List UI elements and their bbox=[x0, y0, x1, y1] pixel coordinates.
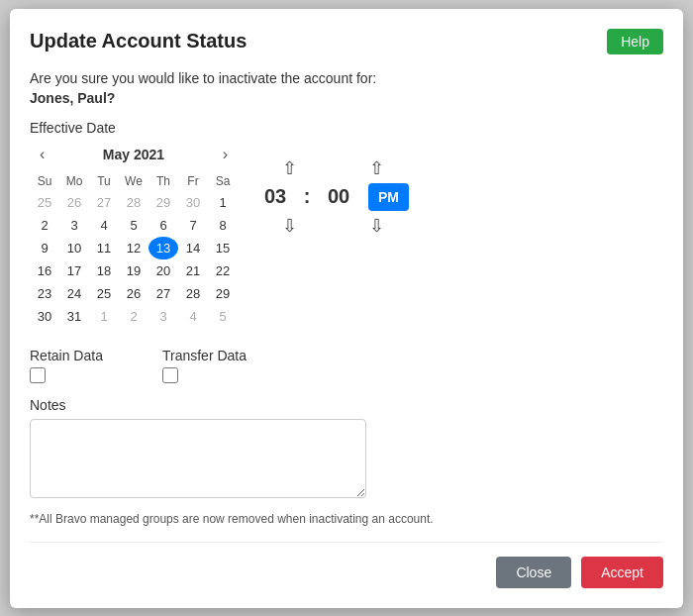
calendar-week-row: 23242526272829 bbox=[30, 282, 238, 305]
calendar-time-container: ‹ May 2021 › Su Mo Tu We Th Fr Sa bbox=[30, 144, 663, 328]
confirm-name: Jones, Paul? bbox=[30, 90, 663, 106]
transfer-data-label: Transfer Data bbox=[162, 348, 247, 363]
weekday-mo: Mo bbox=[59, 171, 89, 191]
calendar-day[interactable]: 27 bbox=[148, 282, 178, 305]
update-account-status-modal: Update Account Status Help Are you sure … bbox=[10, 9, 683, 608]
calendar-day[interactable]: 29 bbox=[208, 282, 238, 305]
minute-down-button[interactable]: ⇩ bbox=[359, 215, 395, 237]
calendar-day[interactable]: 19 bbox=[119, 259, 148, 282]
calendar-grid: Su Mo Tu We Th Fr Sa 2526272829301234567… bbox=[30, 171, 238, 328]
calendar-month-year: May 2021 bbox=[103, 147, 164, 162]
minute-up-button[interactable]: ⇧ bbox=[359, 157, 395, 179]
ampm-button[interactable]: PM bbox=[368, 183, 409, 211]
weekday-th: Th bbox=[148, 171, 178, 191]
retain-data-checkbox[interactable] bbox=[30, 367, 46, 383]
calendar-day[interactable]: 8 bbox=[208, 214, 238, 237]
weekday-su: Su bbox=[30, 171, 59, 191]
calendar-week-row: 16171819202122 bbox=[30, 259, 238, 282]
calendar-day[interactable]: 27 bbox=[89, 191, 119, 214]
calendar-week-row: 2345678 bbox=[30, 214, 238, 237]
calendar-day[interactable]: 5 bbox=[208, 305, 238, 328]
hour-value: 03 bbox=[257, 185, 293, 208]
calendar-day[interactable]: 4 bbox=[89, 214, 119, 237]
calendar-day[interactable]: 16 bbox=[30, 259, 59, 282]
disclaimer: **All Bravo managed groups are now remov… bbox=[30, 512, 663, 526]
calendar-day[interactable]: 31 bbox=[59, 305, 89, 328]
modal-header: Update Account Status Help bbox=[30, 29, 663, 54]
transfer-data-checkbox[interactable] bbox=[162, 367, 178, 383]
calendar-day[interactable]: 18 bbox=[89, 259, 119, 282]
help-button[interactable]: Help bbox=[607, 29, 663, 54]
minute-value: 00 bbox=[321, 185, 356, 208]
transfer-data-group: Transfer Data bbox=[162, 348, 247, 383]
calendar-week-row: 2526272829301 bbox=[30, 191, 238, 214]
calendar-day[interactable]: 25 bbox=[89, 282, 119, 305]
time-up-row: ⇧ ⇧ bbox=[272, 157, 395, 179]
calendar-day[interactable]: 30 bbox=[30, 305, 59, 328]
notes-textarea[interactable] bbox=[30, 419, 366, 498]
calendar-day[interactable]: 2 bbox=[30, 214, 59, 237]
retain-data-label: Retain Data bbox=[30, 348, 103, 363]
retain-data-group: Retain Data bbox=[30, 348, 103, 383]
calendar-day[interactable]: 25 bbox=[30, 191, 59, 214]
calendar-weekdays-row: Su Mo Tu We Th Fr Sa bbox=[30, 171, 238, 191]
calendar-day[interactable]: 28 bbox=[178, 282, 208, 305]
calendar-day[interactable]: 3 bbox=[59, 214, 89, 237]
calendar-day[interactable]: 23 bbox=[30, 282, 59, 305]
hour-down-button[interactable]: ⇩ bbox=[272, 215, 308, 237]
confirm-text: Are you sure you would like to inactivat… bbox=[30, 70, 663, 86]
calendar-day[interactable]: 17 bbox=[59, 259, 89, 282]
accept-button[interactable]: Accept bbox=[581, 557, 663, 588]
hour-up-button[interactable]: ⇧ bbox=[272, 157, 308, 179]
calendar-week-row: 9101112131415 bbox=[30, 237, 238, 259]
calendar-week-row: 303112345 bbox=[30, 305, 238, 328]
calendar-day[interactable]: 28 bbox=[119, 191, 148, 214]
calendar-header: ‹ May 2021 › bbox=[30, 144, 238, 165]
calendar-day[interactable]: 9 bbox=[30, 237, 59, 259]
modal-title: Update Account Status bbox=[30, 30, 247, 52]
calendar-day[interactable]: 29 bbox=[148, 191, 178, 214]
calendar-day[interactable]: 30 bbox=[178, 191, 208, 214]
time-colon: : bbox=[301, 185, 313, 208]
calendar-day[interactable]: 4 bbox=[178, 305, 208, 328]
time-picker: ⇧ ⇧ 03 : 00 PM ⇩ ⇩ bbox=[257, 154, 409, 241]
calendar-day[interactable]: 21 bbox=[178, 259, 208, 282]
calendar-day[interactable]: 10 bbox=[59, 237, 89, 259]
calendar-day[interactable]: 3 bbox=[148, 305, 178, 328]
effective-date-label: Effective Date bbox=[30, 120, 663, 136]
calendar-day[interactable]: 1 bbox=[89, 305, 119, 328]
modal-footer: Close Accept bbox=[30, 542, 663, 588]
calendar-day[interactable]: 26 bbox=[59, 191, 89, 214]
calendar-day[interactable]: 20 bbox=[148, 259, 178, 282]
weekday-sa: Sa bbox=[208, 171, 238, 191]
weekday-fr: Fr bbox=[178, 171, 208, 191]
close-button[interactable]: Close bbox=[496, 557, 571, 588]
calendar-day[interactable]: 5 bbox=[119, 214, 148, 237]
notes-label: Notes bbox=[30, 397, 663, 413]
calendar-day[interactable]: 24 bbox=[59, 282, 89, 305]
calendar: ‹ May 2021 › Su Mo Tu We Th Fr Sa bbox=[30, 144, 238, 328]
calendar-day[interactable]: 14 bbox=[178, 237, 208, 259]
calendar-day[interactable]: 13 bbox=[148, 237, 178, 259]
calendar-day[interactable]: 26 bbox=[119, 282, 148, 305]
calendar-day[interactable]: 2 bbox=[119, 305, 148, 328]
prev-month-button[interactable]: ‹ bbox=[34, 144, 50, 165]
weekday-we: We bbox=[119, 171, 148, 191]
calendar-day[interactable]: 22 bbox=[208, 259, 238, 282]
weekday-tu: Tu bbox=[89, 171, 119, 191]
next-month-button[interactable]: › bbox=[217, 144, 234, 165]
calendar-day[interactable]: 7 bbox=[178, 214, 208, 237]
calendar-day[interactable]: 15 bbox=[208, 237, 238, 259]
calendar-day[interactable]: 12 bbox=[119, 237, 148, 259]
calendar-day[interactable]: 1 bbox=[208, 191, 238, 214]
checkboxes-row: Retain Data Transfer Data bbox=[30, 348, 663, 383]
time-values-row: 03 : 00 PM bbox=[257, 183, 409, 211]
calendar-day[interactable]: 11 bbox=[89, 237, 119, 259]
time-down-row: ⇩ ⇩ bbox=[272, 215, 395, 237]
calendar-day[interactable]: 6 bbox=[148, 214, 178, 237]
